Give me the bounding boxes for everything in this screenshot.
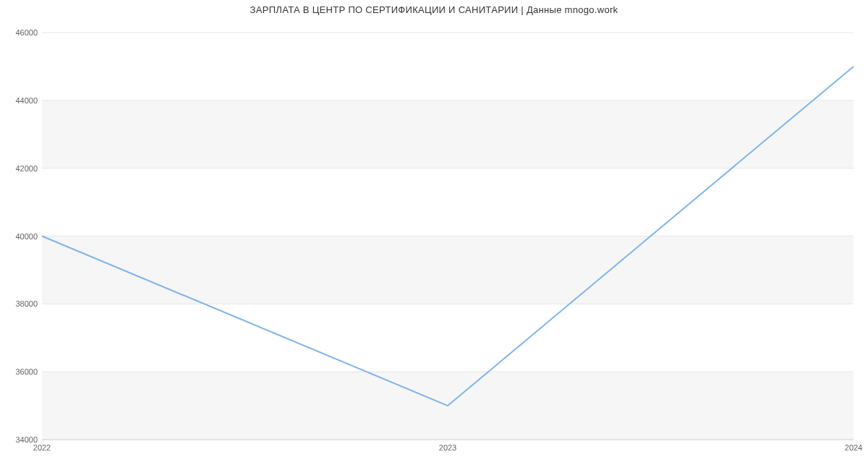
y-tick-label: 44000 xyxy=(6,96,38,105)
svg-rect-2 xyxy=(42,101,854,168)
y-tick-label: 46000 xyxy=(6,28,38,37)
x-tick-label: 2023 xyxy=(439,443,456,452)
chart-container: ЗАРПЛАТА В ЦЕНТР ПО СЕРТИФИКАЦИИ И САНИТ… xyxy=(0,0,868,470)
x-tick-label: 2024 xyxy=(845,443,862,452)
y-tick-label: 40000 xyxy=(6,232,38,241)
chart-title: ЗАРПЛАТА В ЦЕНТР ПО СЕРТИФИКАЦИИ И САНИТ… xyxy=(0,4,868,15)
grid-bands xyxy=(42,101,854,440)
chart-svg xyxy=(42,33,854,440)
y-tick-label: 42000 xyxy=(6,164,38,173)
plot-area xyxy=(42,33,854,440)
y-tick-label: 38000 xyxy=(6,299,38,308)
y-tick-label: 36000 xyxy=(6,367,38,376)
x-tick-label: 2022 xyxy=(33,443,51,452)
svg-rect-1 xyxy=(42,236,854,304)
